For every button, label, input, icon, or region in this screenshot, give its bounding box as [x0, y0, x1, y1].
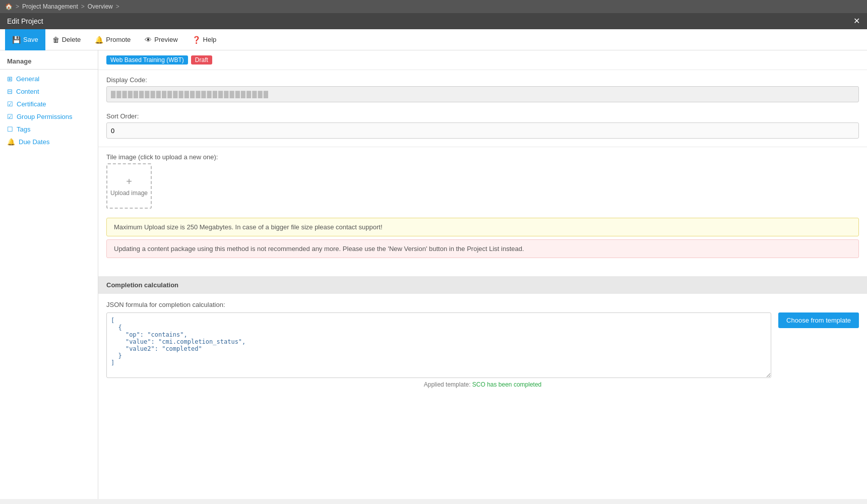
- promote-button[interactable]: 🔔 Promote: [88, 29, 138, 50]
- choose-template-button[interactable]: Choose from template: [778, 312, 859, 328]
- save-icon: 💾: [12, 36, 21, 44]
- sidebar-title: Manage: [0, 55, 98, 70]
- sidebar-item-general[interactable]: ⊞ General: [0, 73, 98, 85]
- tile-image-label: Tile image (click to upload a new one):: [106, 153, 859, 161]
- sidebar-item-label: Group Permissions: [17, 113, 73, 120]
- tags-row: Web Based Training (WBT) Draft: [98, 50, 867, 68]
- completion-body: JSON formula for completion calculation:…: [98, 294, 867, 395]
- divider-sort: [98, 147, 867, 147]
- json-formula-textarea[interactable]: [ { "op": "contains", "value": "cmi.comp…: [106, 312, 771, 378]
- json-row: [ { "op": "contains", "value": "cmi.comp…: [106, 312, 859, 378]
- completion-header: Completion calculation: [98, 276, 867, 294]
- upload-plus-icon: +: [126, 176, 132, 187]
- tags-icon: ☐: [7, 125, 13, 133]
- json-formula-label: JSON formula for completion calculation:: [106, 301, 859, 308]
- breadcrumb-project-management[interactable]: Project Management: [22, 3, 78, 10]
- toolbar: 💾 Save 🗑 Delete 🔔 Promote 👁 Preview ❓ He…: [0, 29, 867, 50]
- help-button[interactable]: ❓ Help: [185, 29, 224, 50]
- home-icon[interactable]: 🏠: [5, 3, 13, 10]
- sidebar-item-certificate[interactable]: ☑ Certificate: [0, 98, 98, 110]
- applied-template-row: Applied template: SCO has been completed: [106, 381, 859, 388]
- breadcrumb-bar: 🏠 > Project Management > Overview >: [0, 0, 867, 13]
- sidebar-item-content[interactable]: ⊟ Content: [0, 85, 98, 98]
- upload-image-text: Upload image: [110, 190, 148, 197]
- tag-wbt: Web Based Training (WBT): [106, 55, 188, 65]
- sort-order-label: Sort Order:: [106, 112, 859, 120]
- sidebar-item-label: Certificate: [17, 100, 46, 108]
- alert-version: Updating a content package using this me…: [106, 239, 859, 258]
- display-code-input[interactable]: [106, 86, 859, 102]
- delete-icon: 🗑: [52, 36, 59, 44]
- close-button[interactable]: ✕: [853, 17, 860, 25]
- preview-icon: 👁: [145, 36, 152, 44]
- due-dates-icon: 🔔: [7, 138, 15, 146]
- tile-image-section: Tile image (click to upload a new one): …: [98, 149, 867, 215]
- alert-upload-size: Maximum Upload size is 250 Megabytes. In…: [106, 218, 859, 236]
- sidebar-item-label: General: [16, 75, 39, 83]
- modal-title-bar: Edit Project ✕: [0, 13, 867, 29]
- main-layout: Manage ⊞ General ⊟ Content ☑ Certificate…: [0, 50, 867, 499]
- content-area: Web Based Training (WBT) Draft Display C…: [98, 50, 867, 499]
- certificate-icon: ☑: [7, 100, 13, 108]
- display-code-label: Display Code:: [106, 76, 859, 84]
- tag-draft: Draft: [191, 55, 212, 65]
- delete-button[interactable]: 🗑 Delete: [45, 29, 88, 50]
- save-button[interactable]: 💾 Save: [5, 29, 45, 50]
- sidebar-item-label: Content: [16, 88, 39, 95]
- promote-icon: 🔔: [95, 36, 103, 44]
- applied-template-label: Applied template:: [424, 381, 471, 388]
- sidebar-item-tags[interactable]: ☐ Tags: [0, 123, 98, 136]
- upload-image-box[interactable]: + Upload image: [106, 163, 152, 209]
- sort-order-section: Sort Order:: [98, 108, 867, 145]
- preview-button[interactable]: 👁 Preview: [138, 29, 184, 50]
- general-icon: ⊞: [7, 75, 13, 83]
- spacer: [98, 261, 867, 269]
- sidebar-item-label: Due Dates: [19, 138, 49, 146]
- sort-order-input[interactable]: [106, 122, 859, 139]
- sidebar: Manage ⊞ General ⊟ Content ☑ Certificate…: [0, 50, 98, 499]
- applied-template-name: SCO has been completed: [472, 381, 541, 388]
- modal-title: Edit Project: [7, 17, 43, 25]
- sidebar-item-group-permissions[interactable]: ☑ Group Permissions: [0, 110, 98, 123]
- group-permissions-icon: ☑: [7, 113, 13, 120]
- content-icon: ⊟: [7, 88, 13, 95]
- sidebar-item-label: Tags: [17, 125, 30, 133]
- sidebar-item-due-dates[interactable]: 🔔 Due Dates: [0, 136, 98, 148]
- help-icon: ❓: [192, 36, 201, 44]
- display-code-section: Display Code:: [98, 72, 867, 108]
- breadcrumb-overview[interactable]: Overview: [88, 3, 113, 10]
- divider-tags: [98, 70, 867, 70]
